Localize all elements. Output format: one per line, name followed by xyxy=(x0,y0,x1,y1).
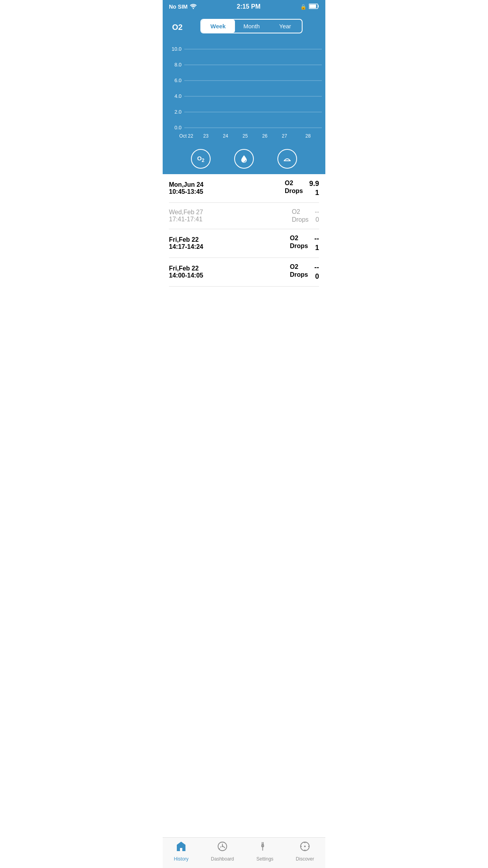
drops-value: 1 xyxy=(315,189,319,197)
svg-text:24: 24 xyxy=(223,133,228,139)
drops-value: 0 xyxy=(316,216,319,223)
item-time: 14:00-14:05 xyxy=(169,272,203,279)
svg-text:26: 26 xyxy=(262,133,268,139)
history-item[interactable]: Wed,Feb 27 17:41-17:41 O2 Drops -- 0 xyxy=(169,203,319,229)
item-labels: O2 Drops xyxy=(285,180,303,195)
week-tab[interactable]: Week xyxy=(201,20,235,33)
item-labels: O2 Drops xyxy=(290,263,308,278)
item-date: Fri,Feb 22 xyxy=(169,236,203,243)
chart-title: O2 xyxy=(167,23,183,32)
history-item[interactable]: Fri,Feb 22 14:00-14:05 O2 Drops -- 0 xyxy=(169,258,319,287)
drops-label: Drops xyxy=(290,271,308,278)
history-item[interactable]: Fri,Feb 22 14:17-14:24 O2 Drops -- 1 xyxy=(169,229,319,258)
svg-text:23: 23 xyxy=(203,133,209,139)
item-date: Mon,Jun 24 xyxy=(169,181,204,188)
item-metrics: O2 Drops 9.9 1 xyxy=(285,180,319,197)
item-values: -- 1 xyxy=(314,235,319,252)
status-right: 🔒 xyxy=(300,4,319,10)
o2-label: O2 xyxy=(285,180,293,187)
svg-text:27: 27 xyxy=(282,133,287,139)
battery-icon xyxy=(309,4,319,10)
year-tab[interactable]: Year xyxy=(268,20,302,33)
item-time: 14:17-14:24 xyxy=(169,243,203,250)
status-bar: No SIM 2:15 PM 🔒 xyxy=(163,0,325,13)
item-datetime: Fri,Feb 22 14:17-14:24 xyxy=(169,236,203,250)
item-datetime: Fri,Feb 22 14:00-14:05 xyxy=(169,265,203,279)
svg-rect-2 xyxy=(318,5,319,7)
svg-text:2.0: 2.0 xyxy=(174,109,182,115)
item-values: 9.9 1 xyxy=(309,180,319,197)
drops-value: 1 xyxy=(315,244,319,252)
drops-label: Drops xyxy=(290,243,308,250)
history-item[interactable]: Mon,Jun 24 10:45-13:45 O2 Drops 9.9 1 xyxy=(169,174,319,203)
drops-value: 0 xyxy=(315,272,319,281)
status-time: 2:15 PM xyxy=(237,3,260,10)
svg-text:0.0: 0.0 xyxy=(174,125,182,131)
item-metrics: O2 Drops -- 0 xyxy=(292,208,319,223)
o2-icon: O2 xyxy=(191,149,211,169)
o2-value: -- xyxy=(315,208,319,215)
history-list: Mon,Jun 24 10:45-13:45 O2 Drops 9.9 1 We… xyxy=(163,174,325,287)
item-labels: O2 Drops xyxy=(292,208,309,223)
item-labels: O2 Drops xyxy=(290,235,308,250)
svg-rect-3 xyxy=(309,4,316,8)
svg-text:28: 28 xyxy=(305,133,311,139)
chart-graph: 10.0 8.0 6.0 4.0 2.0 0.0 Oct 22 23 24 25… xyxy=(163,41,325,145)
o2-value: -- xyxy=(314,263,319,272)
svg-text:Oct 22: Oct 22 xyxy=(179,133,193,139)
drops-label: Drops xyxy=(285,188,303,195)
item-metrics: O2 Drops -- 0 xyxy=(290,263,319,281)
svg-point-0 xyxy=(193,8,194,9)
o2-value: 9.9 xyxy=(309,180,319,188)
drops-label: Drops xyxy=(292,216,309,223)
svg-text:4.0: 4.0 xyxy=(174,93,182,99)
item-date: Fri,Feb 22 xyxy=(169,265,203,272)
svg-text:10.0: 10.0 xyxy=(172,46,182,52)
item-values: -- 0 xyxy=(314,263,319,281)
item-date: Wed,Feb 27 xyxy=(169,209,203,216)
item-datetime: Wed,Feb 27 17:41-17:41 xyxy=(169,209,203,223)
o2-value: -- xyxy=(314,235,319,243)
sleep-icon xyxy=(277,149,297,169)
drop-icon xyxy=(234,149,254,169)
item-metrics: O2 Drops -- 1 xyxy=(290,235,319,252)
svg-text:25: 25 xyxy=(242,133,248,139)
month-tab[interactable]: Month xyxy=(235,20,268,33)
wifi-icon xyxy=(190,4,197,10)
item-datetime: Mon,Jun 24 10:45-13:45 xyxy=(169,181,204,195)
lock-icon: 🔒 xyxy=(300,4,306,10)
svg-text:6.0: 6.0 xyxy=(174,77,182,83)
item-time: 10:45-13:45 xyxy=(169,188,204,195)
chart-legend: O2 xyxy=(163,149,325,169)
o2-label: O2 xyxy=(290,235,298,242)
o2-label: O2 xyxy=(292,208,300,215)
o2-label: O2 xyxy=(290,263,298,270)
chart-section: O2 Week Month Year 10.0 8.0 6.0 4.0 2.0 … xyxy=(163,13,325,174)
time-range-selector[interactable]: Week Month Year xyxy=(200,19,303,33)
item-time: 17:41-17:41 xyxy=(169,216,203,223)
item-values: -- 0 xyxy=(315,208,319,223)
svg-text:8.0: 8.0 xyxy=(174,62,182,68)
carrier-label: No SIM xyxy=(169,4,187,10)
status-left: No SIM xyxy=(169,4,197,10)
